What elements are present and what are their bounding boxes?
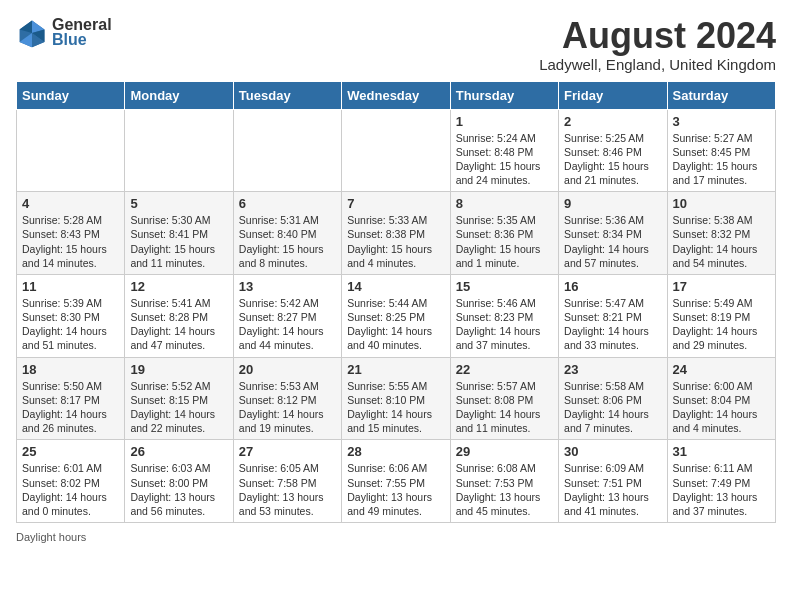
calendar-header: SundayMondayTuesdayWednesdayThursdayFrid… <box>17 81 776 109</box>
day-info: Sunrise: 5:58 AM Sunset: 8:06 PM Dayligh… <box>564 379 661 436</box>
day-cell: 12Sunrise: 5:41 AM Sunset: 8:28 PM Dayli… <box>125 274 233 357</box>
week-row-4: 18Sunrise: 5:50 AM Sunset: 8:17 PM Dayli… <box>17 357 776 440</box>
day-info: Sunrise: 6:05 AM Sunset: 7:58 PM Dayligh… <box>239 461 336 518</box>
day-info: Sunrise: 5:50 AM Sunset: 8:17 PM Dayligh… <box>22 379 119 436</box>
column-header-monday: Monday <box>125 81 233 109</box>
day-info: Sunrise: 5:44 AM Sunset: 8:25 PM Dayligh… <box>347 296 444 353</box>
day-cell: 7Sunrise: 5:33 AM Sunset: 8:38 PM Daylig… <box>342 192 450 275</box>
week-row-2: 4Sunrise: 5:28 AM Sunset: 8:43 PM Daylig… <box>17 192 776 275</box>
column-header-friday: Friday <box>559 81 667 109</box>
day-info: Sunrise: 6:08 AM Sunset: 7:53 PM Dayligh… <box>456 461 553 518</box>
day-number: 9 <box>564 196 661 211</box>
day-cell: 13Sunrise: 5:42 AM Sunset: 8:27 PM Dayli… <box>233 274 341 357</box>
day-number: 13 <box>239 279 336 294</box>
logo: General Blue <box>16 16 112 49</box>
column-header-thursday: Thursday <box>450 81 558 109</box>
day-number: 30 <box>564 444 661 459</box>
day-info: Sunrise: 5:55 AM Sunset: 8:10 PM Dayligh… <box>347 379 444 436</box>
day-number: 8 <box>456 196 553 211</box>
day-number: 29 <box>456 444 553 459</box>
day-cell: 20Sunrise: 5:53 AM Sunset: 8:12 PM Dayli… <box>233 357 341 440</box>
day-cell <box>342 109 450 192</box>
day-cell: 8Sunrise: 5:35 AM Sunset: 8:36 PM Daylig… <box>450 192 558 275</box>
day-number: 26 <box>130 444 227 459</box>
day-info: Sunrise: 5:46 AM Sunset: 8:23 PM Dayligh… <box>456 296 553 353</box>
daylight-label: Daylight hours <box>16 531 86 543</box>
page-header: General Blue August 2024 Ladywell, Engla… <box>16 16 776 73</box>
header-row: SundayMondayTuesdayWednesdayThursdayFrid… <box>17 81 776 109</box>
day-info: Sunrise: 6:01 AM Sunset: 8:02 PM Dayligh… <box>22 461 119 518</box>
week-row-3: 11Sunrise: 5:39 AM Sunset: 8:30 PM Dayli… <box>17 274 776 357</box>
day-cell: 3Sunrise: 5:27 AM Sunset: 8:45 PM Daylig… <box>667 109 775 192</box>
day-info: Sunrise: 6:06 AM Sunset: 7:55 PM Dayligh… <box>347 461 444 518</box>
day-number: 15 <box>456 279 553 294</box>
week-row-5: 25Sunrise: 6:01 AM Sunset: 8:02 PM Dayli… <box>17 440 776 523</box>
day-cell: 27Sunrise: 6:05 AM Sunset: 7:58 PM Dayli… <box>233 440 341 523</box>
title-block: August 2024 Ladywell, England, United Ki… <box>539 16 776 73</box>
day-cell: 22Sunrise: 5:57 AM Sunset: 8:08 PM Dayli… <box>450 357 558 440</box>
day-cell <box>233 109 341 192</box>
day-info: Sunrise: 5:27 AM Sunset: 8:45 PM Dayligh… <box>673 131 770 188</box>
day-info: Sunrise: 5:49 AM Sunset: 8:19 PM Dayligh… <box>673 296 770 353</box>
day-cell: 21Sunrise: 5:55 AM Sunset: 8:10 PM Dayli… <box>342 357 450 440</box>
day-cell: 18Sunrise: 5:50 AM Sunset: 8:17 PM Dayli… <box>17 357 125 440</box>
day-info: Sunrise: 5:53 AM Sunset: 8:12 PM Dayligh… <box>239 379 336 436</box>
footer: Daylight hours <box>16 531 776 543</box>
day-cell: 29Sunrise: 6:08 AM Sunset: 7:53 PM Dayli… <box>450 440 558 523</box>
calendar-body: 1Sunrise: 5:24 AM Sunset: 8:48 PM Daylig… <box>17 109 776 522</box>
column-header-tuesday: Tuesday <box>233 81 341 109</box>
day-number: 22 <box>456 362 553 377</box>
day-cell: 24Sunrise: 6:00 AM Sunset: 8:04 PM Dayli… <box>667 357 775 440</box>
month-title: August 2024 <box>539 16 776 56</box>
logo-icon <box>16 17 48 49</box>
day-cell: 31Sunrise: 6:11 AM Sunset: 7:49 PM Dayli… <box>667 440 775 523</box>
day-info: Sunrise: 5:38 AM Sunset: 8:32 PM Dayligh… <box>673 213 770 270</box>
day-number: 24 <box>673 362 770 377</box>
day-number: 27 <box>239 444 336 459</box>
day-cell: 26Sunrise: 6:03 AM Sunset: 8:00 PM Dayli… <box>125 440 233 523</box>
day-cell: 17Sunrise: 5:49 AM Sunset: 8:19 PM Dayli… <box>667 274 775 357</box>
day-number: 17 <box>673 279 770 294</box>
day-number: 11 <box>22 279 119 294</box>
day-number: 12 <box>130 279 227 294</box>
day-number: 21 <box>347 362 444 377</box>
day-cell: 23Sunrise: 5:58 AM Sunset: 8:06 PM Dayli… <box>559 357 667 440</box>
day-info: Sunrise: 6:09 AM Sunset: 7:51 PM Dayligh… <box>564 461 661 518</box>
column-header-saturday: Saturday <box>667 81 775 109</box>
day-info: Sunrise: 6:03 AM Sunset: 8:00 PM Dayligh… <box>130 461 227 518</box>
day-cell: 6Sunrise: 5:31 AM Sunset: 8:40 PM Daylig… <box>233 192 341 275</box>
day-cell: 4Sunrise: 5:28 AM Sunset: 8:43 PM Daylig… <box>17 192 125 275</box>
day-info: Sunrise: 5:57 AM Sunset: 8:08 PM Dayligh… <box>456 379 553 436</box>
day-info: Sunrise: 5:24 AM Sunset: 8:48 PM Dayligh… <box>456 131 553 188</box>
day-info: Sunrise: 5:41 AM Sunset: 8:28 PM Dayligh… <box>130 296 227 353</box>
day-cell: 10Sunrise: 5:38 AM Sunset: 8:32 PM Dayli… <box>667 192 775 275</box>
day-number: 7 <box>347 196 444 211</box>
day-number: 28 <box>347 444 444 459</box>
day-cell <box>17 109 125 192</box>
day-cell: 28Sunrise: 6:06 AM Sunset: 7:55 PM Dayli… <box>342 440 450 523</box>
day-cell: 16Sunrise: 5:47 AM Sunset: 8:21 PM Dayli… <box>559 274 667 357</box>
day-cell: 30Sunrise: 6:09 AM Sunset: 7:51 PM Dayli… <box>559 440 667 523</box>
day-info: Sunrise: 5:36 AM Sunset: 8:34 PM Dayligh… <box>564 213 661 270</box>
day-number: 18 <box>22 362 119 377</box>
day-cell: 1Sunrise: 5:24 AM Sunset: 8:48 PM Daylig… <box>450 109 558 192</box>
day-number: 23 <box>564 362 661 377</box>
day-cell: 14Sunrise: 5:44 AM Sunset: 8:25 PM Dayli… <box>342 274 450 357</box>
day-number: 25 <box>22 444 119 459</box>
day-number: 5 <box>130 196 227 211</box>
day-info: Sunrise: 5:25 AM Sunset: 8:46 PM Dayligh… <box>564 131 661 188</box>
day-info: Sunrise: 5:52 AM Sunset: 8:15 PM Dayligh… <box>130 379 227 436</box>
day-info: Sunrise: 5:31 AM Sunset: 8:40 PM Dayligh… <box>239 213 336 270</box>
day-info: Sunrise: 6:00 AM Sunset: 8:04 PM Dayligh… <box>673 379 770 436</box>
day-cell: 19Sunrise: 5:52 AM Sunset: 8:15 PM Dayli… <box>125 357 233 440</box>
day-info: Sunrise: 5:47 AM Sunset: 8:21 PM Dayligh… <box>564 296 661 353</box>
day-number: 1 <box>456 114 553 129</box>
day-number: 14 <box>347 279 444 294</box>
day-info: Sunrise: 5:33 AM Sunset: 8:38 PM Dayligh… <box>347 213 444 270</box>
day-number: 4 <box>22 196 119 211</box>
column-header-wednesday: Wednesday <box>342 81 450 109</box>
day-info: Sunrise: 5:42 AM Sunset: 8:27 PM Dayligh… <box>239 296 336 353</box>
day-number: 31 <box>673 444 770 459</box>
day-info: Sunrise: 6:11 AM Sunset: 7:49 PM Dayligh… <box>673 461 770 518</box>
calendar-table: SundayMondayTuesdayWednesdayThursdayFrid… <box>16 81 776 523</box>
